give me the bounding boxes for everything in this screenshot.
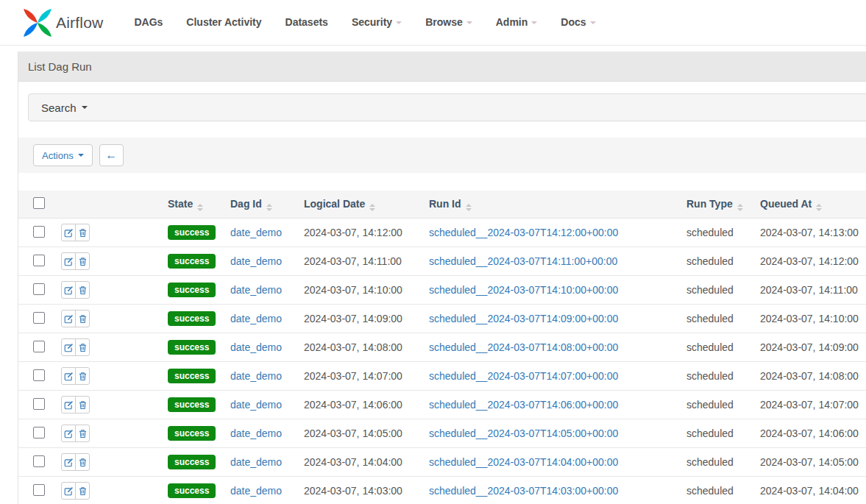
dag-id-link[interactable]: date_demo [230,399,282,411]
queued-at-cell: 2024-03-07, 14:08:00 [754,362,866,391]
delete-button[interactable] [75,281,90,299]
edit-button[interactable] [61,425,76,442]
run-id-link[interactable]: scheduled__2024-03-07T14:07:00+00:00 [429,370,618,382]
dag-id-link[interactable]: date_demo [230,284,282,296]
logical-date-cell: 2024-03-07, 14:06:00 [298,391,423,419]
nav-item-browse[interactable]: Browse [414,0,484,45]
edit-button[interactable] [61,396,76,414]
nav-item-admin[interactable]: Admin [484,0,550,45]
dag-id-link[interactable]: date_demo [230,427,282,439]
row-checkbox[interactable] [33,255,45,266]
row-checkbox[interactable] [33,312,45,324]
run-id-link[interactable]: scheduled__2024-03-07T14:08:00+00:00 [429,341,618,353]
nav-item-datasets[interactable]: Datasets [274,0,340,45]
sort-icon [816,204,822,211]
trash-icon [78,400,88,410]
column-header-state[interactable]: State [162,191,224,219]
trash-icon [78,228,88,238]
airflow-brand: Airflow [56,14,103,32]
run-id-link[interactable]: scheduled__2024-03-07T14:10:00+00:00 [429,284,618,296]
sort-icon [737,204,743,211]
nav-item-security[interactable]: Security [340,0,414,45]
edit-button[interactable] [61,338,76,356]
logical-date-cell: 2024-03-07, 14:12:00 [298,219,423,247]
delete-button[interactable] [75,224,90,241]
edit-button[interactable] [61,453,76,471]
edit-button[interactable] [61,310,76,327]
state-badge: success [168,340,216,355]
dag-id-link[interactable]: date_demo [230,341,282,353]
queued-at-cell: 2024-03-07, 14:05:00 [754,448,866,477]
caret-down-icon [531,21,537,24]
back-button[interactable]: ← [99,144,124,166]
row-checkbox[interactable] [33,226,45,238]
dag-runs-table-container: State Dag Id Logical Date Run Id Run Typ… [18,191,866,504]
row-actions [61,367,90,385]
run-id-link[interactable]: scheduled__2024-03-07T14:03:00+00:00 [429,485,618,497]
delete-button[interactable] [75,367,90,385]
trash-icon [78,257,88,266]
nav-item-cluster-activity[interactable]: Cluster Activity [174,0,273,45]
queued-at-cell: 2024-03-07, 14:11:00 [754,276,866,305]
dag-id-link[interactable]: date_demo [230,255,282,267]
run-id-link[interactable]: scheduled__2024-03-07T14:09:00+00:00 [429,313,618,324]
delete-button[interactable] [75,310,90,327]
dag-id-link[interactable]: date_demo [230,313,282,324]
queued-at-cell: 2024-03-07, 14:10:00 [754,305,866,333]
dag-id-link[interactable]: date_demo [230,456,282,468]
caret-down-icon [590,21,596,24]
state-badge: success [168,483,216,498]
delete-button[interactable] [75,425,90,442]
state-badge: success [168,283,216,297]
edit-button[interactable] [61,482,76,500]
navbar: Airflow DAGs Cluster Activity Datasets S… [0,0,866,46]
dag-id-link[interactable]: date_demo [230,227,282,238]
nav-item-dags[interactable]: DAGs [122,0,174,45]
run-id-link[interactable]: scheduled__2024-03-07T14:05:00+00:00 [429,427,618,439]
airflow-home-link[interactable]: Airflow [22,7,103,38]
run-id-link[interactable]: scheduled__2024-03-07T14:12:00+00:00 [429,227,618,238]
edit-button[interactable] [61,281,76,299]
dag-id-link[interactable]: date_demo [230,485,282,497]
row-checkbox[interactable] [33,455,45,467]
actions-dropdown-button[interactable]: Actions [33,144,93,166]
delete-button[interactable] [75,482,90,500]
table-row: success date_demo 2024-03-07, 14:10:00 s… [18,276,866,305]
edit-button[interactable] [61,252,76,270]
state-badge: success [168,311,216,326]
column-header-dag-id[interactable]: Dag Id [224,191,298,219]
column-header-queued-at[interactable]: Queued At [754,191,866,219]
logical-date-cell: 2024-03-07, 14:05:00 [298,419,423,448]
nav-item-docs[interactable]: Docs [549,0,607,45]
queued-at-cell: 2024-03-07, 14:07:00 [754,391,866,419]
column-header-run-type[interactable]: Run Type [681,191,754,219]
run-type-cell: scheduled [681,391,754,419]
row-checkbox[interactable] [33,283,45,295]
delete-button[interactable] [75,338,90,356]
edit-button[interactable] [61,367,76,385]
row-actions [61,224,90,241]
caret-down-icon [466,21,472,24]
run-id-link[interactable]: scheduled__2024-03-07T14:11:00+00:00 [429,255,617,267]
delete-button[interactable] [75,453,90,471]
row-checkbox[interactable] [33,398,45,410]
trash-icon [78,429,88,439]
column-header-run-id[interactable]: Run Id [423,191,681,219]
airflow-logo-icon [22,7,53,38]
state-badge: success [168,455,216,469]
dag-id-link[interactable]: date_demo [230,370,282,382]
delete-button[interactable] [75,252,90,270]
search-toggle[interactable]: Search [28,93,866,121]
column-header-logical-date[interactable]: Logical Date [298,191,423,219]
edit-button[interactable] [61,224,76,241]
row-checkbox[interactable] [33,427,45,439]
row-checkbox[interactable] [33,341,45,352]
row-checkbox[interactable] [33,369,45,381]
edit-icon [64,400,74,410]
row-actions [61,482,90,500]
select-all-checkbox[interactable] [33,197,45,209]
row-checkbox[interactable] [33,484,45,496]
delete-button[interactable] [75,396,90,414]
run-id-link[interactable]: scheduled__2024-03-07T14:04:00+00:00 [429,456,618,468]
run-id-link[interactable]: scheduled__2024-03-07T14:06:00+00:00 [429,399,618,411]
